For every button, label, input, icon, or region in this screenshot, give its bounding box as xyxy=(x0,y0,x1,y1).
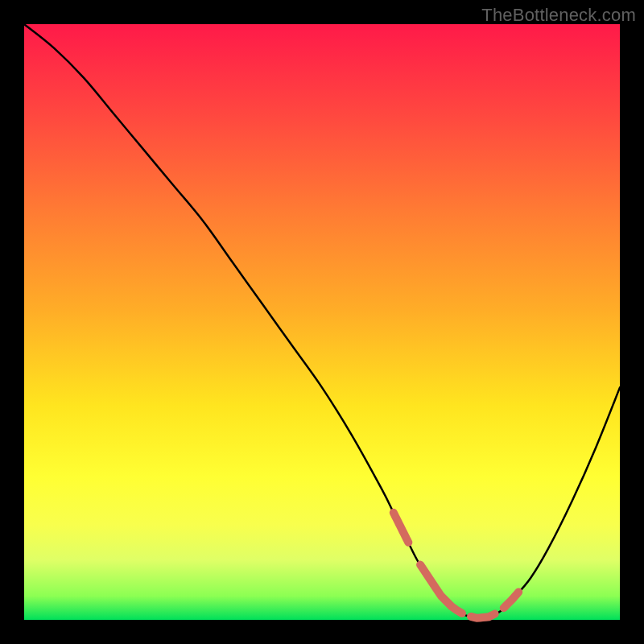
optimal-dash xyxy=(471,614,495,618)
plot-area xyxy=(24,24,620,620)
optimal-dash xyxy=(420,565,462,613)
watermark-label: TheBottleneck.com xyxy=(481,5,636,26)
chart-frame: TheBottleneck.com xyxy=(0,0,644,644)
optimal-dash xyxy=(504,592,519,608)
optimal-dash xyxy=(394,513,409,543)
optimal-zone-dashes xyxy=(394,513,518,618)
chart-svg xyxy=(24,24,620,620)
bottleneck-curve xyxy=(24,24,620,618)
